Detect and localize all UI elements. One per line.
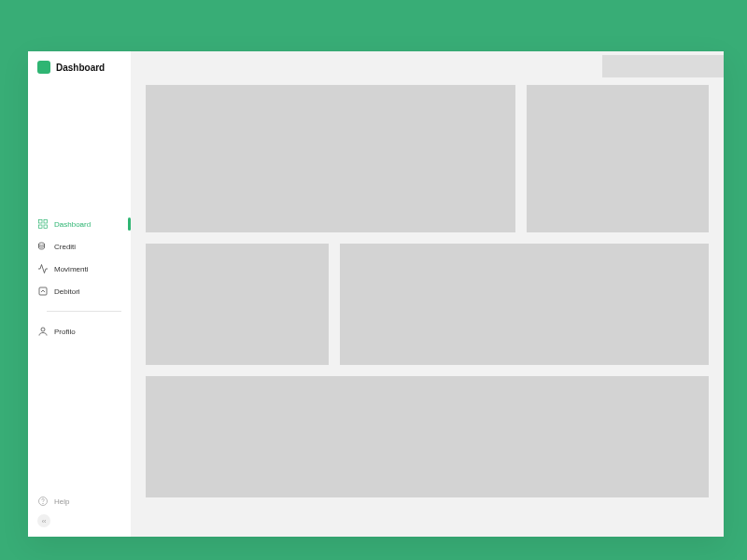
- sidebar-item-label: Profilo: [54, 328, 131, 336]
- card-row: [146, 376, 709, 497]
- card-row: [146, 244, 709, 365]
- svg-rect-2: [39, 225, 43, 229]
- topbar: [131, 51, 724, 77]
- help-link[interactable]: Help: [37, 496, 121, 507]
- help-label: Help: [54, 497, 69, 506]
- sidebar-item-label: Movimenti: [54, 265, 131, 273]
- placeholder-card: [146, 244, 329, 365]
- nav-primary: Dashboard Crediti Movimenti Debitori: [28, 214, 131, 342]
- sidebar-item-profilo[interactable]: Profilo: [37, 321, 131, 342]
- coins-icon: [37, 241, 49, 252]
- sidebar-item-crediti[interactable]: Crediti: [37, 236, 131, 257]
- sidebar-item-dashboard[interactable]: Dashboard: [37, 214, 131, 234]
- chevron-left-icon: ‹‹: [42, 518, 47, 525]
- nav-divider: [47, 311, 121, 312]
- brand-logo: [37, 61, 50, 74]
- svg-point-4: [39, 243, 45, 245]
- svg-point-8: [43, 503, 44, 504]
- collapse-sidebar-button[interactable]: ‹‹: [37, 514, 50, 527]
- help-icon: [37, 496, 49, 507]
- person-icon: [37, 326, 49, 337]
- sidebar: Dashboard Dashboard Crediti Movimenti: [28, 51, 131, 537]
- grid-icon: [37, 218, 49, 230]
- sidebar-bottom: Help ‹‹: [37, 496, 121, 527]
- sidebar-item-label: Debitori: [54, 287, 131, 296]
- svg-rect-1: [44, 220, 48, 224]
- activity-icon: [37, 263, 49, 274]
- svg-rect-0: [39, 220, 43, 224]
- brand-title: Dashboard: [56, 63, 105, 73]
- svg-point-6: [41, 328, 45, 331]
- brand: Dashboard: [28, 51, 131, 79]
- placeholder-card: [146, 376, 709, 497]
- card-row: [146, 85, 709, 232]
- sidebar-item-movimenti[interactable]: Movimenti: [37, 259, 131, 279]
- svg-rect-5: [39, 287, 47, 295]
- sidebar-item-debitori[interactable]: Debitori: [37, 281, 131, 301]
- placeholder-card: [146, 85, 515, 232]
- topbar-right-placeholder: [602, 55, 724, 77]
- user-up-icon: [37, 286, 49, 297]
- content: [131, 77, 724, 497]
- main: [131, 51, 724, 537]
- sidebar-item-label: Crediti: [54, 243, 131, 251]
- app-window: Dashboard Dashboard Crediti Movimenti: [28, 51, 724, 537]
- placeholder-card: [340, 244, 709, 365]
- sidebar-item-label: Dashboard: [54, 220, 131, 229]
- placeholder-card: [527, 85, 709, 232]
- svg-rect-3: [44, 225, 48, 229]
